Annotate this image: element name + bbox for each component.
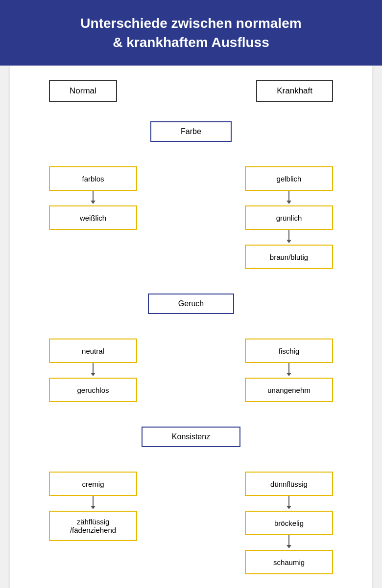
- right-connector-line: [191, 467, 289, 491]
- left-connector-line: [93, 467, 191, 491]
- item-geruch-right-0: fischig: [245, 358, 333, 383]
- item-farbe-right-1: grünlich: [245, 215, 333, 240]
- arrow-down-icon: [91, 383, 96, 397]
- item-farbe-right-2: braun/blutig: [245, 254, 333, 279]
- category-geruch: Geruch: [148, 303, 234, 324]
- item-farbe-left-1: weißlich: [49, 215, 137, 240]
- connector-svg: [20, 142, 362, 176]
- item-farbe-left-0: farblos: [49, 176, 137, 201]
- item-geruch-left-0: neutral: [49, 358, 137, 383]
- connector-lines-farbe: [20, 142, 362, 176]
- arrow-down-icon: [286, 201, 291, 215]
- page-title: Unterschiede zwischen normalem & krankha…: [20, 14, 362, 52]
- branch-right-farbe: gelblichgrünlichbraun/blutig: [240, 176, 338, 279]
- category-farbe: Farbe: [150, 121, 232, 142]
- main-content: Normal Krankhaft Farbe farblosweißlichge…: [10, 66, 372, 588]
- connector-svg: [20, 324, 362, 358]
- item-konsistenz-left-1: zähflüssig /fädenziehend: [49, 540, 137, 570]
- branch-left-geruch: neutralgeruchlos: [44, 358, 142, 422]
- section-farbe: Farbe farblosweißlichgelblichgrünlichbra…: [20, 121, 362, 279]
- item-farbe-right-0: gelblich: [245, 176, 333, 201]
- branch-right-geruch: fischigunangenehm: [240, 358, 338, 422]
- section-konsistenz: Konsistenz cremigzähflüssig /fädenziehen…: [20, 446, 362, 588]
- sections-container: Farbe farblosweißlichgelblichgrünlichbra…: [20, 121, 362, 588]
- connector-lines-geruch: [20, 324, 362, 358]
- arrow-down-icon: [286, 383, 291, 397]
- item-konsistenz-left-0: cremig: [49, 501, 137, 525]
- branch-right-konsistenz: dünnflüssigbröckeligschaumig: [240, 501, 338, 588]
- top-labels-row: Normal Krankhaft: [20, 80, 362, 102]
- arrow-down-icon: [286, 240, 291, 254]
- arrow-down-icon: [286, 525, 291, 540]
- connector-lines-konsistenz: [20, 467, 362, 501]
- branch-left-farbe: farblosweißlich: [44, 176, 142, 279]
- category-konsistenz: Konsistenz: [142, 446, 240, 467]
- connector-svg: [20, 467, 362, 501]
- item-konsistenz-right-0: dünnflüssig: [245, 501, 333, 525]
- right-connector-line: [191, 324, 289, 348]
- item-konsistenz-right-1: bröckelig: [245, 540, 333, 565]
- arrow-down-icon: [91, 525, 96, 540]
- item-geruch-left-1: geruchlos: [49, 397, 137, 422]
- arrow-down-icon: [286, 565, 291, 579]
- arrow-down-icon: [91, 201, 96, 215]
- branch-left-konsistenz: cremigzähflüssig /fädenziehend: [44, 501, 142, 588]
- krankhaft-label: Krankhaft: [256, 80, 333, 102]
- left-connector-line: [93, 324, 191, 348]
- page-header: Unterschiede zwischen normalem & krankha…: [0, 0, 382, 66]
- right-connector-line: [191, 142, 289, 166]
- normal-label: Normal: [49, 80, 117, 102]
- item-konsistenz-right-2: schaumig: [245, 579, 333, 588]
- item-geruch-right-1: unangenehm: [245, 397, 333, 422]
- left-connector-line: [93, 142, 191, 166]
- section-geruch: Geruch neutralgeruchlosfischigunangenehm: [20, 303, 362, 422]
